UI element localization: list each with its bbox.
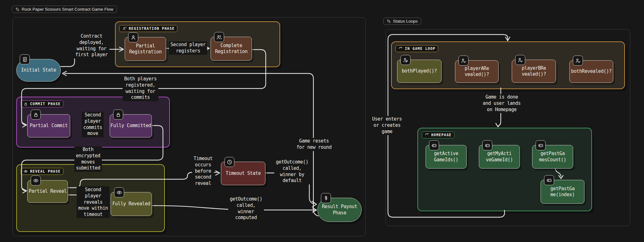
node-chip — [113, 110, 123, 120]
user-edit-icon — [403, 57, 409, 63]
node-chip — [31, 175, 41, 186]
eye-icon — [33, 178, 39, 184]
node-label: Partial Registration — [129, 43, 162, 55]
edge-label-user-enters[interactable]: User enters or creates game — [371, 116, 404, 135]
node-label: playerBRe vealed()? — [522, 65, 546, 78]
gamepad-icon — [538, 143, 544, 148]
commit-phase-label-text: COMMIT PHASE — [30, 102, 60, 106]
node-chip — [544, 175, 554, 185]
user-check-icon — [461, 58, 467, 64]
node-chip — [429, 140, 439, 150]
lock-icon — [33, 112, 39, 118]
node-chip — [214, 32, 224, 42]
node-chip — [482, 140, 492, 150]
user-check-icon — [575, 58, 581, 64]
edge-label-both-encrypted[interactable]: Both encrypted moves submitted — [74, 146, 102, 172]
frame-status-loops-title[interactable]: Status Loops — [383, 18, 421, 25]
node-chip — [458, 56, 469, 66]
node-label: Fully Revealed — [113, 201, 150, 207]
node-get-past-games-count[interactable]: getPastGa mesCount() — [532, 145, 573, 169]
node-chip — [573, 56, 583, 66]
gamepad-icon — [546, 177, 552, 183]
node-label: Result Payout Phase — [322, 204, 357, 216]
gamepad-icon — [431, 143, 437, 148]
node-fully-revealed[interactable]: Fully Revealed — [111, 192, 152, 216]
registration-phase-label[interactable]: REGISTRATION PHASE — [119, 25, 177, 32]
in-game-loop-label-text: IN GAME LOOP — [405, 46, 435, 51]
node-fully-committed[interactable]: Fully Committed — [110, 114, 152, 137]
homepage-label-text: HOMEPAGE — [431, 133, 452, 137]
edge-label-outcome-default[interactable]: getOutcome() called, winner by default — [274, 159, 310, 184]
eye-icon — [116, 190, 122, 196]
node-label: bothPlayed()? — [402, 68, 437, 74]
node-chip — [128, 32, 138, 42]
gamepad-icon — [484, 143, 490, 148]
edge-label-outcome-computed[interactable]: getOutcome() called, winner computed — [228, 196, 264, 221]
diagram-canvas: Rock Paper Scissors Smart Contract Game … — [0, 0, 644, 242]
node-label: Complete Registration — [215, 43, 248, 55]
edge-label-timeout-occurs[interactable]: Timeout occurs before second reveal — [192, 155, 214, 187]
person-plus-icon — [122, 26, 127, 31]
loop-icon — [425, 133, 429, 137]
node-label: bothRevealed()? — [571, 68, 611, 75]
node-partial-reveal[interactable]: Partial Reveal — [27, 180, 68, 203]
frame-game-flow-title-text: Rock Paper Scissors Smart Contract Game … — [22, 7, 113, 12]
node-label: getPastGa mesCount() — [539, 151, 566, 163]
lock-icon — [115, 112, 121, 118]
homepage-label[interactable]: HOMEPAGE — [422, 132, 454, 138]
node-complete-registration[interactable]: Complete Registration — [211, 37, 252, 61]
node-label: getMyActi veGameId() — [486, 151, 513, 163]
node-chip — [515, 55, 525, 65]
edge-label-both-registered[interactable]: Both players registered, waiting for com… — [123, 76, 158, 101]
edge-label-second-player-commits[interactable]: Second player commits move — [82, 112, 104, 137]
node-player-b-revealed[interactable]: playerBRe vealed()? — [512, 60, 556, 83]
reveal-phase-label-text: REVEAL PHASE — [30, 169, 60, 174]
edge-label-game-resets[interactable]: Game resets for new round — [295, 138, 333, 151]
node-partial-registration[interactable]: Partial Registration — [125, 37, 166, 61]
person-icon — [130, 35, 136, 40]
edge-label-contract-deployed[interactable]: Contract deployed, waiting for first pla… — [74, 33, 109, 58]
lock-icon — [24, 102, 28, 106]
node-chip — [114, 187, 124, 197]
node-chip — [401, 55, 411, 65]
node-chip — [536, 140, 546, 150]
node-both-played[interactable]: bothPlayed()? — [397, 60, 442, 83]
node-timeout-state[interactable]: Timeout State — [221, 162, 265, 185]
edge-label-game-done[interactable]: Game is done and user lands on Homepage — [481, 94, 522, 113]
reveal-phase-label[interactable]: REVEAL PHASE — [21, 168, 63, 175]
commit-phase-label[interactable]: COMMIT PHASE — [21, 100, 63, 107]
node-label: Fully Committed — [111, 123, 151, 129]
node-get-active-game-ids[interactable]: getActive GameIds() — [426, 145, 467, 169]
user-check-icon — [517, 57, 523, 63]
node-label: Partial Reveal — [29, 188, 67, 195]
in-game-loop-label[interactable]: IN GAME LOOP — [395, 45, 438, 52]
node-get-past-game[interactable]: getPastGa me(index) — [541, 180, 584, 204]
node-player-a-revealed[interactable]: playerARe vealed()? — [455, 60, 499, 83]
node-result-payout[interactable]: Result Payout Phase — [317, 198, 362, 222]
file-text-icon — [22, 56, 28, 62]
node-label: getPastGa me(index) — [550, 186, 575, 198]
node-label: getActive GameIds() — [434, 151, 458, 163]
node-get-my-active-game-id[interactable]: getMyActi veGameId() — [479, 145, 520, 169]
frame-game-flow-title[interactable]: Rock Paper Scissors Smart Contract Game … — [12, 6, 117, 13]
frame-crop-icon — [387, 19, 391, 23]
clock-icon — [227, 159, 233, 165]
registration-phase-label-text: REGISTRATION PHASE — [129, 26, 175, 31]
node-chip — [224, 157, 234, 167]
node-label: Timeout State — [226, 170, 261, 177]
edge-label-second-player-registers[interactable]: Second player registers — [169, 41, 207, 55]
node-both-revealed[interactable]: bothRevealed()? — [569, 60, 613, 83]
node-initial-state[interactable]: Initial State — [16, 59, 61, 82]
frame-status-loops-title-text: Status Loops — [393, 19, 418, 24]
node-partial-commit[interactable]: Partial Commit — [27, 114, 70, 137]
node-label: Partial Commit — [30, 123, 68, 129]
people-icon — [216, 34, 222, 40]
node-chip — [20, 54, 30, 64]
loop-icon — [398, 46, 403, 51]
frame-crop-icon — [15, 7, 19, 11]
node-label: Initial State — [21, 67, 56, 73]
dollar-icon — [323, 195, 329, 201]
node-label: playerARe vealed()? — [465, 66, 489, 78]
edge-label-second-player-reveals[interactable]: Second player reveals move within timeou… — [77, 186, 110, 218]
eye-icon — [24, 169, 28, 174]
